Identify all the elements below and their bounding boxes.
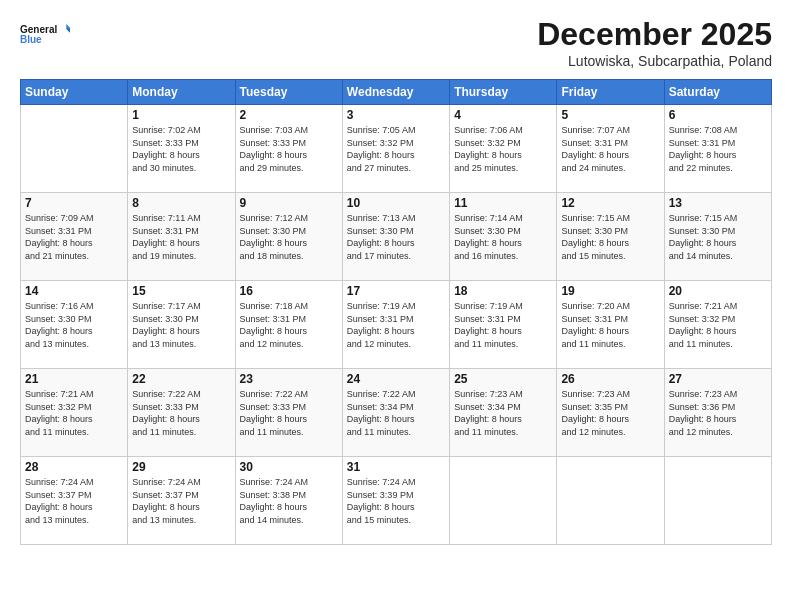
cell-info: Sunrise: 7:22 AM Sunset: 3:33 PM Dayligh… [132, 388, 230, 438]
day-number: 23 [240, 372, 338, 386]
calendar-cell: 24Sunrise: 7:22 AM Sunset: 3:34 PM Dayli… [342, 369, 449, 457]
location: Lutowiska, Subcarpathia, Poland [537, 53, 772, 69]
svg-text:Blue: Blue [20, 34, 42, 45]
day-number: 7 [25, 196, 123, 210]
cell-info: Sunrise: 7:03 AM Sunset: 3:33 PM Dayligh… [240, 124, 338, 174]
col-header-thursday: Thursday [450, 80, 557, 105]
cell-info: Sunrise: 7:15 AM Sunset: 3:30 PM Dayligh… [669, 212, 767, 262]
calendar-cell: 6Sunrise: 7:08 AM Sunset: 3:31 PM Daylig… [664, 105, 771, 193]
calendar-cell: 27Sunrise: 7:23 AM Sunset: 3:36 PM Dayli… [664, 369, 771, 457]
cell-info: Sunrise: 7:23 AM Sunset: 3:34 PM Dayligh… [454, 388, 552, 438]
calendar-cell: 14Sunrise: 7:16 AM Sunset: 3:30 PM Dayli… [21, 281, 128, 369]
calendar-cell: 23Sunrise: 7:22 AM Sunset: 3:33 PM Dayli… [235, 369, 342, 457]
calendar-cell: 11Sunrise: 7:14 AM Sunset: 3:30 PM Dayli… [450, 193, 557, 281]
cell-info: Sunrise: 7:13 AM Sunset: 3:30 PM Dayligh… [347, 212, 445, 262]
cell-info: Sunrise: 7:20 AM Sunset: 3:31 PM Dayligh… [561, 300, 659, 350]
day-number: 13 [669, 196, 767, 210]
day-number: 1 [132, 108, 230, 122]
calendar-cell: 4Sunrise: 7:06 AM Sunset: 3:32 PM Daylig… [450, 105, 557, 193]
calendar-cell: 12Sunrise: 7:15 AM Sunset: 3:30 PM Dayli… [557, 193, 664, 281]
cell-info: Sunrise: 7:21 AM Sunset: 3:32 PM Dayligh… [669, 300, 767, 350]
calendar-cell: 18Sunrise: 7:19 AM Sunset: 3:31 PM Dayli… [450, 281, 557, 369]
calendar-cell: 16Sunrise: 7:18 AM Sunset: 3:31 PM Dayli… [235, 281, 342, 369]
calendar-cell: 9Sunrise: 7:12 AM Sunset: 3:30 PM Daylig… [235, 193, 342, 281]
col-header-sunday: Sunday [21, 80, 128, 105]
svg-text:General: General [20, 24, 57, 35]
calendar-cell: 30Sunrise: 7:24 AM Sunset: 3:38 PM Dayli… [235, 457, 342, 545]
calendar-cell: 1Sunrise: 7:02 AM Sunset: 3:33 PM Daylig… [128, 105, 235, 193]
cell-info: Sunrise: 7:16 AM Sunset: 3:30 PM Dayligh… [25, 300, 123, 350]
header: General Blue December 2025 Lutowiska, Su… [20, 16, 772, 69]
cell-info: Sunrise: 7:24 AM Sunset: 3:38 PM Dayligh… [240, 476, 338, 526]
day-number: 6 [669, 108, 767, 122]
cell-info: Sunrise: 7:08 AM Sunset: 3:31 PM Dayligh… [669, 124, 767, 174]
day-number: 31 [347, 460, 445, 474]
day-number: 28 [25, 460, 123, 474]
calendar-cell: 28Sunrise: 7:24 AM Sunset: 3:37 PM Dayli… [21, 457, 128, 545]
cell-info: Sunrise: 7:18 AM Sunset: 3:31 PM Dayligh… [240, 300, 338, 350]
cell-info: Sunrise: 7:17 AM Sunset: 3:30 PM Dayligh… [132, 300, 230, 350]
calendar-week-row: 1Sunrise: 7:02 AM Sunset: 3:33 PM Daylig… [21, 105, 772, 193]
calendar-table: SundayMondayTuesdayWednesdayThursdayFrid… [20, 79, 772, 545]
day-number: 12 [561, 196, 659, 210]
day-number: 8 [132, 196, 230, 210]
day-number: 2 [240, 108, 338, 122]
calendar-cell: 22Sunrise: 7:22 AM Sunset: 3:33 PM Dayli… [128, 369, 235, 457]
calendar-cell: 17Sunrise: 7:19 AM Sunset: 3:31 PM Dayli… [342, 281, 449, 369]
day-number: 3 [347, 108, 445, 122]
cell-info: Sunrise: 7:19 AM Sunset: 3:31 PM Dayligh… [454, 300, 552, 350]
day-number: 14 [25, 284, 123, 298]
svg-marker-3 [66, 29, 70, 34]
calendar-cell: 21Sunrise: 7:21 AM Sunset: 3:32 PM Dayli… [21, 369, 128, 457]
col-header-monday: Monday [128, 80, 235, 105]
calendar-week-row: 14Sunrise: 7:16 AM Sunset: 3:30 PM Dayli… [21, 281, 772, 369]
calendar-header-row: SundayMondayTuesdayWednesdayThursdayFrid… [21, 80, 772, 105]
calendar-cell [21, 105, 128, 193]
day-number: 30 [240, 460, 338, 474]
calendar-cell: 7Sunrise: 7:09 AM Sunset: 3:31 PM Daylig… [21, 193, 128, 281]
cell-info: Sunrise: 7:19 AM Sunset: 3:31 PM Dayligh… [347, 300, 445, 350]
page: General Blue December 2025 Lutowiska, Su… [0, 0, 792, 612]
month-title: December 2025 [537, 16, 772, 53]
day-number: 17 [347, 284, 445, 298]
calendar-cell: 19Sunrise: 7:20 AM Sunset: 3:31 PM Dayli… [557, 281, 664, 369]
day-number: 5 [561, 108, 659, 122]
col-header-tuesday: Tuesday [235, 80, 342, 105]
logo: General Blue [20, 16, 70, 52]
day-number: 22 [132, 372, 230, 386]
cell-info: Sunrise: 7:23 AM Sunset: 3:35 PM Dayligh… [561, 388, 659, 438]
day-number: 21 [25, 372, 123, 386]
calendar-cell: 8Sunrise: 7:11 AM Sunset: 3:31 PM Daylig… [128, 193, 235, 281]
calendar-cell [557, 457, 664, 545]
cell-info: Sunrise: 7:11 AM Sunset: 3:31 PM Dayligh… [132, 212, 230, 262]
day-number: 27 [669, 372, 767, 386]
day-number: 16 [240, 284, 338, 298]
cell-info: Sunrise: 7:24 AM Sunset: 3:37 PM Dayligh… [132, 476, 230, 526]
day-number: 26 [561, 372, 659, 386]
day-number: 24 [347, 372, 445, 386]
cell-info: Sunrise: 7:07 AM Sunset: 3:31 PM Dayligh… [561, 124, 659, 174]
cell-info: Sunrise: 7:24 AM Sunset: 3:39 PM Dayligh… [347, 476, 445, 526]
cell-info: Sunrise: 7:22 AM Sunset: 3:34 PM Dayligh… [347, 388, 445, 438]
day-number: 15 [132, 284, 230, 298]
svg-marker-2 [66, 24, 70, 29]
cell-info: Sunrise: 7:15 AM Sunset: 3:30 PM Dayligh… [561, 212, 659, 262]
cell-info: Sunrise: 7:21 AM Sunset: 3:32 PM Dayligh… [25, 388, 123, 438]
cell-info: Sunrise: 7:14 AM Sunset: 3:30 PM Dayligh… [454, 212, 552, 262]
calendar-cell: 29Sunrise: 7:24 AM Sunset: 3:37 PM Dayli… [128, 457, 235, 545]
cell-info: Sunrise: 7:06 AM Sunset: 3:32 PM Dayligh… [454, 124, 552, 174]
cell-info: Sunrise: 7:09 AM Sunset: 3:31 PM Dayligh… [25, 212, 123, 262]
calendar-week-row: 7Sunrise: 7:09 AM Sunset: 3:31 PM Daylig… [21, 193, 772, 281]
calendar-week-row: 28Sunrise: 7:24 AM Sunset: 3:37 PM Dayli… [21, 457, 772, 545]
calendar-cell: 10Sunrise: 7:13 AM Sunset: 3:30 PM Dayli… [342, 193, 449, 281]
title-section: December 2025 Lutowiska, Subcarpathia, P… [537, 16, 772, 69]
day-number: 4 [454, 108, 552, 122]
day-number: 18 [454, 284, 552, 298]
calendar-cell: 15Sunrise: 7:17 AM Sunset: 3:30 PM Dayli… [128, 281, 235, 369]
calendar-cell: 2Sunrise: 7:03 AM Sunset: 3:33 PM Daylig… [235, 105, 342, 193]
cell-info: Sunrise: 7:23 AM Sunset: 3:36 PM Dayligh… [669, 388, 767, 438]
calendar-cell [664, 457, 771, 545]
calendar-cell: 31Sunrise: 7:24 AM Sunset: 3:39 PM Dayli… [342, 457, 449, 545]
day-number: 9 [240, 196, 338, 210]
cell-info: Sunrise: 7:24 AM Sunset: 3:37 PM Dayligh… [25, 476, 123, 526]
